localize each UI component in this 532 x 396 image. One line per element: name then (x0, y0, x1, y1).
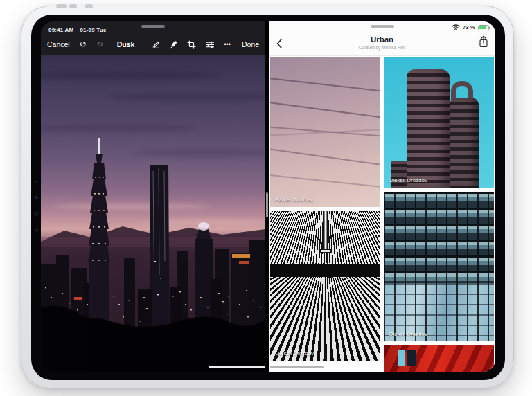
browser-header: 73 % (269, 21, 495, 56)
split-view-drag-pill-left[interactable] (141, 25, 165, 28)
status-bar-left: 09:41 AM 01-09 Tue (41, 21, 265, 34)
filter-name-label[interactable]: Dusk (117, 40, 135, 48)
photo-grid: Parker Coffman Oleksii Drozdov (269, 56, 495, 372)
editor-tool-icons: ••• (151, 40, 230, 49)
editor-toolbar: Cancel ↺ ↻ Dusk (41, 34, 265, 55)
cloud-streak (41, 71, 220, 80)
redo-icon[interactable]: ↻ (96, 40, 103, 48)
photo-credit: Oleksii Drozdov (389, 331, 427, 337)
stripes-slot-foot (319, 249, 332, 253)
grid-column-left: Parker Coffman Oleksii Drozdov (270, 57, 380, 372)
status-time: 09:41 AM (48, 27, 73, 33)
cancel-button[interactable]: Cancel (47, 40, 70, 48)
share-button[interactable] (479, 35, 488, 51)
edited-photo-taipei-dusk[interactable] (41, 55, 265, 372)
undo-icon[interactable]: ↺ (80, 40, 87, 48)
battery-cap (489, 27, 490, 29)
photo-credit: Parker Coffman (275, 197, 314, 203)
adjustments-icon[interactable] (205, 40, 215, 49)
browser-nav-bar: Urban Curated by Monika Perl (269, 32, 495, 55)
photo-browser-app: 73 % (269, 21, 495, 372)
chevron-left-icon (276, 38, 283, 49)
volume-up-button (69, 4, 77, 8)
volume-down-button (85, 4, 93, 8)
power-button (56, 4, 66, 8)
stripes-center-slot (323, 211, 328, 250)
photo-cyan-tower[interactable]: Oleksii Drozdov (384, 57, 494, 188)
collection-subtitle: Curated by Monika Perl (310, 45, 454, 50)
tower-main (407, 69, 450, 188)
photo-editor-app: 09:41 AM 01-09 Tue Cancel ↺ ↻ Dusk (41, 21, 265, 372)
editor-top-bars: 09:41 AM 01-09 Tue Cancel ↺ ↻ Dusk (41, 21, 265, 55)
faceid-sensor-2 (35, 228, 39, 232)
collection-title: Urban (310, 35, 454, 44)
pen-icon[interactable] (151, 40, 160, 49)
more-options-icon[interactable]: ••• (224, 42, 230, 48)
city-skyline (41, 123, 265, 372)
marker-icon[interactable] (169, 40, 178, 49)
cloud-streak (108, 93, 265, 101)
power-line (270, 129, 380, 136)
stripes-dark-band (270, 264, 380, 277)
photo-red-abstract[interactable] (384, 345, 494, 372)
grid-column-right: Oleksii Drozdov Oleksii Drozdov (384, 57, 494, 372)
share-icon (479, 35, 488, 48)
power-line (270, 77, 380, 92)
faceid-sensor (34, 211, 39, 216)
split-view-drag-pill-right[interactable] (371, 25, 394, 28)
done-button[interactable]: Done (242, 40, 259, 48)
display: 09:41 AM 01-09 Tue Cancel ↺ ↻ Dusk (41, 21, 495, 372)
battery-fill (479, 26, 486, 29)
red-photo-dark-chip (407, 350, 416, 366)
ipad-device: 09:41 AM 01-09 Tue Cancel ↺ ↻ Dusk (21, 6, 514, 388)
crop-icon[interactable] (187, 40, 196, 49)
battery-icon (478, 25, 489, 30)
home-indicator-left[interactable] (209, 366, 265, 368)
photo-building-facade[interactable]: Oleksii Drozdov (384, 192, 494, 341)
stripes-lower (270, 277, 380, 361)
back-button[interactable] (276, 37, 285, 50)
tower-low-block (391, 161, 408, 188)
home-indicator-right[interactable] (270, 366, 324, 368)
photo-striped-building[interactable]: Oleksii Drozdov (270, 211, 380, 361)
browser-titles: Urban Curated by Monika Perl (310, 35, 454, 50)
split-view-resize-handle[interactable] (266, 192, 268, 217)
status-bar-right: 73 % (452, 24, 489, 30)
screenshot-stage: 09:41 AM 01-09 Tue Cancel ↺ ↻ Dusk (0, 0, 532, 396)
screen-bezel: 09:41 AM 01-09 Tue Cancel ↺ ↻ Dusk (31, 15, 505, 380)
status-date: 01-09 Tue (80, 27, 106, 33)
battery-percent: 73 % (463, 24, 475, 30)
red-photo-cyan-chip (398, 350, 405, 366)
photo-power-lines[interactable]: Parker Coffman (270, 57, 380, 207)
front-camera (35, 196, 38, 199)
wifi-icon (452, 24, 460, 30)
photo-credit: Oleksii Drozdov (389, 177, 427, 183)
power-line (270, 174, 380, 188)
photo-credit: Oleksii Drozdov (275, 350, 314, 357)
power-line (270, 101, 380, 118)
tower-side (450, 98, 478, 188)
power-line (270, 147, 380, 165)
ambient-sensor (35, 181, 37, 183)
